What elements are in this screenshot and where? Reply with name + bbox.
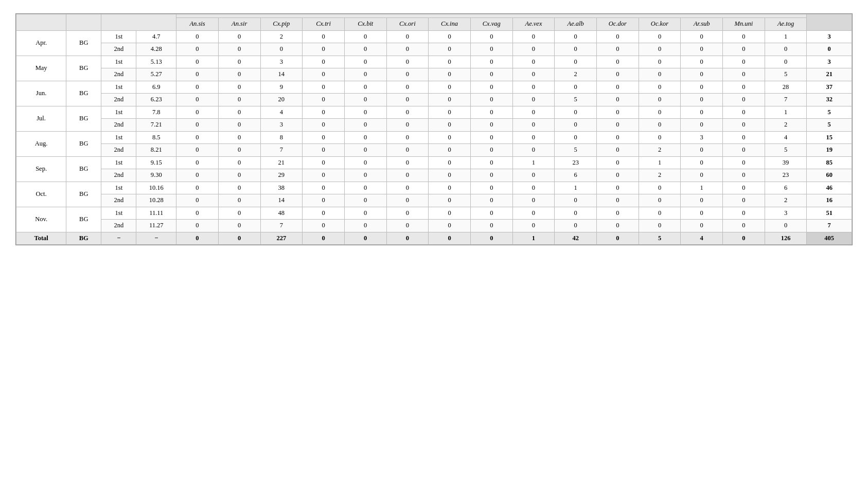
row-total-cell: 7 <box>807 220 852 232</box>
species-value-cell: 0 <box>723 81 765 94</box>
trap-cell: BG <box>66 81 101 106</box>
species-value-cell: 0 <box>470 194 512 207</box>
species-value-cell: 0 <box>723 68 765 81</box>
month-header <box>16 14 66 31</box>
species-value-cell: 0 <box>639 207 681 220</box>
species-value-cell: 0 <box>386 182 429 194</box>
species-value-cell: 0 <box>512 81 555 94</box>
species-value-cell: 2 <box>765 119 807 132</box>
species-value-cell: 0 <box>218 169 260 182</box>
species-value-cell: 0 <box>429 144 471 157</box>
species-value-cell: 0 <box>470 156 512 169</box>
species-value-cell: 0 <box>597 30 639 43</box>
table-row: Oct.BG1st10.16003800000010010646 <box>16 182 852 194</box>
species-value-cell: 0 <box>303 106 345 119</box>
species-value-cell: 0 <box>470 56 512 68</box>
table-row: 2nd8.2100700000050200519 <box>16 144 852 157</box>
species-value-cell: 0 <box>597 43 639 56</box>
species-value-cell: 1 <box>555 182 597 194</box>
species-value-cell: 0 <box>176 81 219 94</box>
species-value-cell: 0 <box>303 30 345 43</box>
species-value-cell: 0 <box>344 194 386 207</box>
species-value-cell: 0 <box>303 81 345 94</box>
species-value-cell: 0 <box>176 30 219 43</box>
species-value-cell: 0 <box>344 169 386 182</box>
species-value-cell: 0 <box>681 144 723 157</box>
species-col-header: Ae.vex <box>512 18 555 31</box>
species-value-cell: 0 <box>512 194 555 207</box>
species-value-cell: 1 <box>512 156 555 169</box>
species-value-cell: 0 <box>723 56 765 68</box>
row-total-cell: 16 <box>807 194 852 207</box>
species-value-cell: 0 <box>303 169 345 182</box>
species-value-cell: 6 <box>765 182 807 194</box>
species-value-cell: 0 <box>429 56 471 68</box>
species-value-cell: 0 <box>218 144 260 157</box>
date-cell: 5.13 <box>136 56 176 68</box>
species-value-cell: 4 <box>260 106 303 119</box>
total-species-cell: 5 <box>639 232 681 245</box>
species-value-cell: 0 <box>429 43 471 56</box>
species-value-cell: 0 <box>681 194 723 207</box>
species-value-cell: 0 <box>429 30 471 43</box>
data-table: An.sisAn.sirCx.pipCx.triCx.bitCx.oriCx.i… <box>16 14 852 245</box>
species-value-cell: 1 <box>765 106 807 119</box>
species-col-header: An.sis <box>176 18 219 31</box>
species-value-cell: 0 <box>344 68 386 81</box>
species-value-cell: 0 <box>723 30 765 43</box>
species-col-header: Cx.pip <box>260 18 303 31</box>
species-value-cell: 0 <box>344 81 386 94</box>
species-value-cell: 38 <box>260 182 303 194</box>
date-cell: 10.28 <box>136 194 176 207</box>
species-value-cell: 0 <box>723 144 765 157</box>
species-value-cell: 0 <box>723 220 765 232</box>
date-cell: 9.30 <box>136 169 176 182</box>
date-cell: 6.23 <box>136 94 176 106</box>
species-value-cell: 0 <box>681 156 723 169</box>
species-value-cell: 0 <box>386 169 429 182</box>
species-value-cell: 4 <box>765 131 807 144</box>
total-species-cell: 1 <box>512 232 555 245</box>
species-value-cell: 0 <box>176 131 219 144</box>
species-value-cell: 0 <box>344 144 386 157</box>
row-total-cell: 60 <box>807 169 852 182</box>
total-trap-cell: BG <box>66 232 101 245</box>
table-row: Aug.BG1st8.500800000000030415 <box>16 131 852 144</box>
total-species-cell: 227 <box>260 232 303 245</box>
period-cell: 2nd <box>101 43 136 56</box>
grand-total-cell: 405 <box>807 232 852 245</box>
row-total-cell: 32 <box>807 94 852 106</box>
species-value-cell: 0 <box>597 94 639 106</box>
species-value-cell: 0 <box>555 56 597 68</box>
species-value-cell: 0 <box>597 156 639 169</box>
row-total-cell: 0 <box>807 43 852 56</box>
species-value-cell: 0 <box>723 119 765 132</box>
species-value-cell: 0 <box>470 144 512 157</box>
species-value-cell: 0 <box>386 119 429 132</box>
species-value-cell: 0 <box>512 207 555 220</box>
row-total-cell: 85 <box>807 156 852 169</box>
table-row: Nov.BG1st11.11004800000000000351 <box>16 207 852 220</box>
species-value-cell: 2 <box>765 194 807 207</box>
species-value-cell: 0 <box>723 182 765 194</box>
row-total-cell: 37 <box>807 81 852 94</box>
species-value-cell: 0 <box>344 156 386 169</box>
species-value-cell: 5 <box>555 94 597 106</box>
total-header <box>807 14 852 31</box>
species-value-cell: 0 <box>597 169 639 182</box>
trap-cell: BG <box>66 182 101 207</box>
species-col-header: Cx.tri <box>303 18 345 31</box>
species-value-cell: 3 <box>260 56 303 68</box>
species-value-cell: 0 <box>218 56 260 68</box>
period-cell: 2nd <box>101 94 136 106</box>
species-value-cell: 0 <box>218 94 260 106</box>
species-value-cell: 0 <box>639 56 681 68</box>
species-col-header: Oc.dor <box>597 18 639 31</box>
species-value-cell: 0 <box>470 106 512 119</box>
species-header <box>176 14 807 18</box>
species-value-cell: 0 <box>597 194 639 207</box>
date-cell: 6.9 <box>136 81 176 94</box>
table-header: An.sisAn.sirCx.pipCx.triCx.bitCx.oriCx.i… <box>16 14 852 31</box>
species-value-cell: 0 <box>723 106 765 119</box>
period-cell: 2nd <box>101 68 136 81</box>
